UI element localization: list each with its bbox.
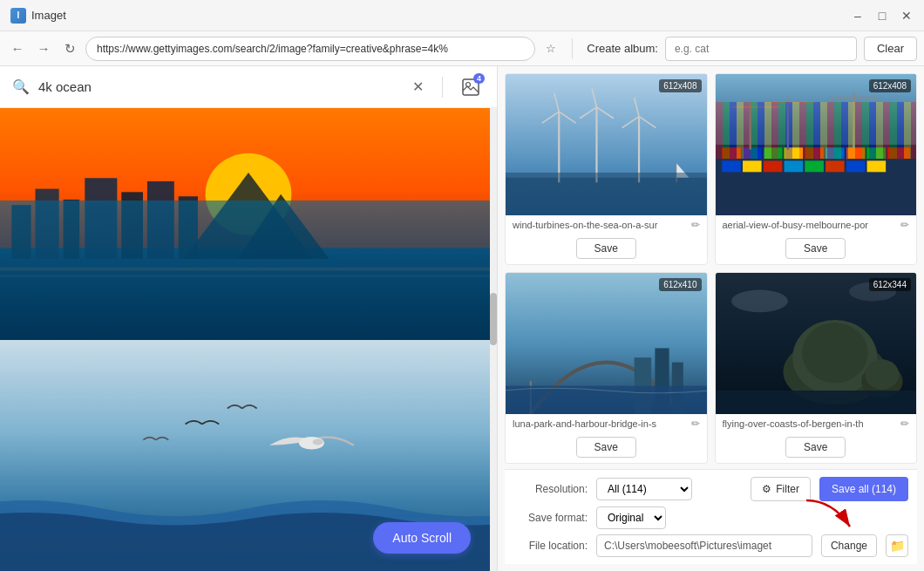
svg-rect-7 [64, 200, 80, 259]
app-title: Imaget [31, 9, 66, 22]
edit-icon-1[interactable]: ✏ [900, 219, 909, 231]
svg-rect-41 [805, 147, 824, 159]
svg-marker-13 [238, 194, 330, 259]
save-button-1[interactable]: Save [785, 238, 846, 259]
folder-button[interactable]: 📁 [886, 534, 908, 557]
svg-rect-73 [716, 391, 917, 414]
image-dimensions-2: 612x410 [659, 278, 701, 291]
svg-rect-38 [743, 147, 762, 159]
app-icon: I [10, 8, 26, 24]
svg-rect-47 [743, 160, 762, 172]
svg-rect-10 [147, 181, 174, 259]
format-label: Save format: [513, 512, 588, 524]
bergen-bg [716, 273, 917, 414]
svg-rect-48 [763, 160, 782, 172]
main-layout: 🔍 ✕ 4 [0, 66, 924, 571]
svg-point-74 [731, 289, 788, 312]
bookmark-button[interactable]: ☆ [540, 38, 561, 59]
left-panel: 🔍 ✕ 4 [0, 66, 498, 571]
change-button[interactable]: Change [821, 534, 877, 557]
svg-rect-19 [506, 74, 707, 215]
image-thumb-luna-park: 612x410 [506, 273, 707, 414]
caption-row-3: flying-over-coasts-of-bergen-in-th ✏ [716, 414, 917, 433]
image-dimensions-1: 612x408 [869, 79, 911, 92]
svg-rect-40 [784, 147, 803, 159]
svg-rect-52 [846, 160, 865, 172]
format-select[interactable]: Original [596, 506, 666, 529]
luna-park-bg [506, 273, 707, 414]
maximize-button[interactable]: □ [875, 9, 889, 23]
svg-rect-37 [722, 147, 741, 159]
close-button[interactable]: ✕ [900, 9, 914, 23]
filter-label: Filter [776, 483, 799, 495]
svg-point-70 [802, 323, 868, 383]
save-button-0[interactable]: Save [576, 238, 636, 259]
melbourne-svg [716, 74, 917, 215]
auto-scroll-button[interactable]: Auto Scroll [373, 522, 471, 554]
clear-button[interactable]: Clear [864, 37, 917, 61]
edit-icon-3[interactable]: ✏ [900, 418, 909, 430]
svg-rect-46 [722, 160, 741, 172]
svg-rect-53 [866, 160, 886, 172]
file-location-input[interactable] [596, 534, 812, 557]
svg-rect-5 [11, 205, 31, 259]
image-search-button[interactable]: 4 [457, 73, 485, 101]
svg-point-18 [313, 438, 323, 445]
edit-icon-2[interactable]: ✏ [691, 418, 700, 430]
svg-rect-39 [763, 147, 782, 159]
back-button[interactable]: ← [7, 38, 28, 59]
url-input[interactable] [85, 37, 535, 61]
svg-rect-50 [805, 160, 824, 172]
svg-point-1 [466, 82, 471, 86]
resolution-label: Resolution: [513, 483, 588, 495]
wind-svg [506, 74, 707, 215]
save-row-1: Save [716, 235, 917, 264]
save-button-3[interactable]: Save [785, 437, 846, 458]
save-row-2: Save [506, 433, 707, 463]
image-caption-3: flying-over-coasts-of-bergen-in-th [723, 418, 898, 429]
save-button-2[interactable]: Save [576, 437, 636, 458]
search-badge: 4 [473, 73, 485, 84]
forward-button[interactable]: → [33, 38, 54, 59]
save-row-3: Save [716, 433, 917, 463]
app-logo: I Imaget [10, 8, 66, 24]
album-area: Create album: Clear [587, 37, 917, 61]
svg-rect-15 [0, 275, 497, 276]
album-input[interactable] [665, 37, 857, 61]
luna-svg [506, 273, 707, 414]
search-input[interactable] [38, 79, 398, 94]
search-bar: 🔍 ✕ 4 [0, 66, 497, 108]
svg-rect-51 [825, 160, 845, 172]
melbourne-bg [716, 74, 917, 215]
filter-icon: ⚙ [762, 483, 771, 495]
resolution-select[interactable]: All (114) [596, 478, 692, 500]
edit-icon-0[interactable]: ✏ [691, 219, 700, 231]
city-image-svg [0, 108, 497, 340]
right-panel: 612x408 wind-turbines-on-the-sea-on-a-su… [498, 66, 924, 571]
scrollbar-thumb[interactable] [490, 293, 497, 345]
image-card-2: 612x410 luna-park-and-harbour-bridge-in-… [505, 272, 708, 464]
caption-row-2: luna-park-and-harbour-bridge-in-s ✏ [506, 414, 707, 433]
scrollbar-track[interactable] [490, 108, 497, 571]
image-card-0: 612x408 wind-turbines-on-the-sea-on-a-su… [505, 73, 708, 265]
image-caption-1: aerial-view-of-busy-melbourne-por [723, 220, 898, 230]
album-label: Create album: [587, 42, 658, 55]
image-caption-2: luna-park-and-harbour-bridge-in-s [513, 418, 688, 429]
caption-row-1: aerial-view-of-busy-melbourne-por ✏ [716, 215, 917, 235]
save-all-button[interactable]: Save all (114) [819, 477, 908, 501]
city-image-block [0, 108, 497, 340]
image-thumb-melbourne: 612x408 [716, 74, 917, 215]
svg-rect-45 [887, 147, 910, 159]
svg-rect-20 [506, 178, 707, 215]
refresh-button[interactable]: ↻ [59, 38, 80, 59]
image-thumb-bergen: 612x344 [716, 273, 917, 414]
filter-button[interactable]: ⚙ Filter [751, 477, 811, 501]
image-caption-0: wind-turbines-on-the-sea-on-a-sur [513, 220, 688, 230]
svg-rect-14 [0, 268, 497, 271]
svg-rect-9 [121, 192, 143, 259]
search-clear-button[interactable]: ✕ [407, 77, 428, 98]
format-row: Save format: Original [513, 506, 908, 529]
svg-rect-4 [0, 248, 497, 340]
image-grid: 612x408 wind-turbines-on-the-sea-on-a-su… [505, 73, 917, 464]
minimize-button[interactable]: – [851, 9, 865, 23]
